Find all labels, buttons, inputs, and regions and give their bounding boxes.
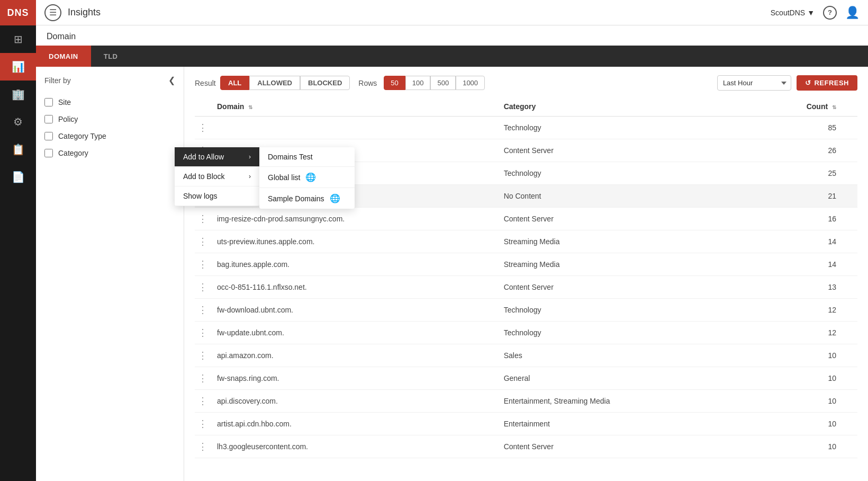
table-row: ⋮api.discovery.com.Entertainment, Stream… (195, 390, 857, 413)
ctx-add-to-allow-label: Add to Allow (183, 153, 224, 161)
nav-logs[interactable]: 📋 (0, 136, 36, 163)
rows-100-button[interactable]: 100 (405, 76, 431, 90)
ctx-add-to-block-arrow: › (249, 173, 251, 180)
menu-button[interactable]: ☰ (44, 4, 61, 21)
filter-policy-label: Policy (58, 115, 78, 123)
ctx-add-to-allow-arrow: › (249, 153, 251, 161)
count-sort-icon: ⇅ (832, 104, 836, 110)
row-count: 10 (740, 413, 857, 435)
ctx-show-logs[interactable]: Show logs (175, 186, 259, 206)
time-select[interactable]: Last Hour Last 24 Hours Last 7 Days Last… (717, 75, 791, 91)
row-category: Technology (498, 299, 740, 322)
table-row: ⋮occ-0-851-116.1.nflxso.net.Content Serv… (195, 276, 857, 299)
nav-reports[interactable]: 📄 (0, 163, 36, 191)
filter-category: Category (44, 145, 175, 162)
row-domain: fw-update.ubnt.com. (211, 322, 498, 344)
row-menu-dots[interactable]: ⋮ (195, 435, 211, 458)
tab-tld[interactable]: TLD (91, 46, 131, 67)
row-menu-dots[interactable]: ⋮ (195, 344, 211, 367)
row-domain: fw-download.ubnt.com. (211, 299, 498, 322)
rows-50-button[interactable]: 50 (384, 76, 405, 90)
row-count: 26 (740, 139, 857, 162)
table-row: ⋮img-resize-cdn-prod.samsungnyc.com.Cont… (195, 208, 857, 230)
rows-500-button[interactable]: 500 (430, 76, 456, 90)
row-domain: occ-0-851-116.1.nflxso.net. (211, 276, 498, 299)
row-count: 10 (740, 390, 857, 413)
help-icon[interactable]: ? (823, 6, 837, 20)
table-row: ⋮fw-download.ubnt.com.Technology12 (195, 299, 857, 322)
context-menu: Add to Allow › Add to Block › Show logs … (175, 147, 259, 206)
row-domain (211, 117, 498, 139)
nav-sites[interactable]: 🏢 (0, 81, 36, 108)
filter-all-button[interactable]: ALL (220, 76, 249, 90)
row-menu-dots[interactable]: ⋮ (195, 299, 211, 322)
row-menu-dots[interactable]: ⋮ (195, 230, 211, 253)
nav-filter[interactable]: ⚙ (0, 108, 36, 136)
table-row: ⋮fw-update.ubnt.com.Technology12 (195, 322, 857, 344)
filter-site-checkbox[interactable] (44, 98, 53, 106)
rows-group: 50 100 500 1000 (384, 76, 485, 90)
filter-policy-checkbox[interactable] (44, 115, 53, 123)
submenu-global-list[interactable]: Global list 🌐 (259, 167, 355, 188)
page-header: Domain (36, 25, 868, 46)
row-count: 10 (740, 367, 857, 390)
row-count: 10 (740, 435, 857, 458)
submenu-sample-domains-label: Sample Domains (268, 194, 324, 203)
sidebar: Filter by ❮ Site Policy Category Type Ca… (36, 67, 184, 481)
table-row: ⋮bag.itunes.apple.com.Streaming Media14 (195, 253, 857, 276)
row-menu-dots[interactable]: ⋮ (195, 413, 211, 435)
row-domain: fw-snaps.ring.com. (211, 367, 498, 390)
user-icon[interactable]: 👤 (845, 6, 860, 20)
row-domain: artist.api.cdn.hbo.com. (211, 413, 498, 435)
tab-domain[interactable]: DOMAIN (36, 46, 91, 67)
ctx-add-to-allow[interactable]: Add to Allow › (175, 147, 259, 167)
tab-bar: DOMAIN TLD (36, 46, 868, 67)
row-category: Content Server (498, 276, 740, 299)
row-count: 14 (740, 253, 857, 276)
globe-icon-1: 🌐 (305, 172, 316, 182)
row-menu-dots[interactable]: ⋮ (195, 276, 211, 299)
filter-category-label: Category (58, 149, 88, 157)
toolbar-right: Last Hour Last 24 Hours Last 7 Days Last… (717, 75, 857, 91)
row-menu-dots[interactable]: ⋮ (195, 208, 211, 230)
row-domain: lh3.googleusercontent.com. (211, 435, 498, 458)
filter-blocked-button[interactable]: BLOCKED (300, 76, 350, 90)
row-count: 25 (740, 162, 857, 185)
submenu-domains-test[interactable]: Domains Test (259, 147, 355, 167)
filter-site-label: Site (58, 98, 71, 106)
row-count: 10 (740, 344, 857, 367)
row-menu-dots[interactable]: ⋮ (195, 253, 211, 276)
filter-collapse-icon[interactable]: ❮ (168, 75, 175, 85)
main-area: Result ALL ALLOWED BLOCKED Rows 50 100 5… (184, 67, 868, 481)
filter-header: Filter by ❮ (44, 75, 175, 85)
table-row: ⋮Technology85 (195, 117, 857, 139)
row-category: Sales (498, 344, 740, 367)
row-menu-dots[interactable]: ⋮ (195, 390, 211, 413)
ctx-add-to-block[interactable]: Add to Block › (175, 167, 259, 186)
row-domain: bag.itunes.apple.com. (211, 253, 498, 276)
filter-category-checkbox[interactable] (44, 149, 53, 157)
filter-category-type-checkbox[interactable] (44, 132, 53, 140)
row-menu-dots[interactable]: ⋮ (195, 322, 211, 344)
row-category: Content Server (498, 435, 740, 458)
globe-icon-2: 🌐 (330, 193, 340, 203)
rows-1000-button[interactable]: 1000 (456, 76, 485, 90)
filter-allowed-button[interactable]: ALLOWED (249, 76, 300, 90)
nav-logo: DNS (0, 0, 36, 25)
refresh-button[interactable]: ↺ REFRESH (797, 75, 857, 91)
result-filter-group: ALL ALLOWED BLOCKED (220, 76, 350, 90)
row-menu-dots[interactable]: ⋮ (195, 117, 211, 139)
row-category: Streaming Media (498, 253, 740, 276)
top-header: ☰ Insights ScoutDNS ▼ ? 👤 (36, 0, 868, 25)
scout-dns-label: ScoutDNS (771, 8, 805, 17)
nav-dashboard[interactable]: ⊞ (0, 25, 36, 53)
submenu-sample-domains[interactable]: Sample Domains 🌐 (259, 188, 355, 209)
filter-policy: Policy (44, 111, 175, 128)
nav-insights[interactable]: 📊 (0, 53, 36, 81)
row-menu-dots[interactable]: ⋮ (195, 367, 211, 390)
row-count: 12 (740, 322, 857, 344)
main-content: ☰ Insights ScoutDNS ▼ ? 👤 Domain DOMAIN … (36, 0, 868, 481)
scout-dns-dropdown[interactable]: ScoutDNS ▼ (771, 8, 815, 17)
submenu-global-list-label: Global list (268, 173, 300, 182)
row-category: Entertainment, Streaming Media (498, 390, 740, 413)
